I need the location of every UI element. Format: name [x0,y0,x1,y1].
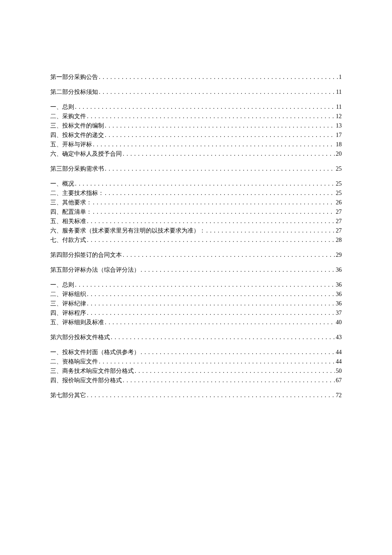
toc-page-number: 44 [336,357,342,366]
toc-entry: 第三部分采购需求书25 [50,164,342,173]
toc-leader-dots [105,164,335,173]
toc-label: 第二部分投标须知 [50,87,98,96]
toc-entry: 第一部分采购公告1 [50,73,342,81]
toc-page-number: 18 [336,140,342,149]
toc-label: 第六部分投标文件格式 [50,333,110,342]
toc-page-number: 29 [336,250,342,259]
toc-label: 二、主要技术指标： [50,189,104,198]
toc-page-number: 17 [336,131,342,139]
toc-page-number: 37 [336,308,342,317]
toc-entry: 第五部分评标办法（综合评分法）36 [50,265,342,274]
toc-page-number: 26 [336,198,342,207]
toc-label: 二、评标组织 [50,290,86,299]
toc-page-number: 25 [336,179,342,188]
toc-label: 第七部分其它 [50,391,86,400]
toc-leader-dots [123,149,335,158]
toc-entry: 五、相关标准27 [50,217,342,226]
toc-page-number: 13 [336,121,342,130]
toc-page-number: 11 [336,102,342,111]
toc-label: 二、采购文件 [50,112,86,121]
toc-leader-dots [99,73,338,81]
toc-label: 五、评标细则及标准 [50,318,104,327]
toc-label: 五、相关标准 [50,217,86,226]
toc-leader-dots [123,250,335,259]
toc-leader-dots [75,280,335,289]
toc-entry: 四、报价响应文件部分格式67 [50,376,342,385]
toc-label: 三、商务技术响应文件部分格式 [50,366,134,375]
toc-leader-dots [75,102,335,111]
toc-page-number: 40 [336,318,342,327]
toc-entry: 四、投标文件的递交17 [50,131,342,139]
toc-page-number: 36 [336,299,342,308]
toc-entry: 第二部分投标须知11 [50,87,342,96]
toc-label: 六、服务要求（技术要求里另有注明的以技术要求为准）： [50,226,205,235]
toc-leader-dots [141,348,335,357]
toc-leader-dots [135,366,335,375]
toc-entry: 六、确定中标人及授予合同20 [50,149,342,158]
toc-page-number: 25 [336,164,342,173]
toc-page-number: 28 [336,235,342,244]
toc-page-number: 12 [336,112,342,121]
toc-leader-dots [87,391,335,400]
toc-entry: 四、配置清单：27 [50,207,342,216]
toc-page-number: 25 [336,189,342,198]
toc-page-number: 1 [339,73,342,81]
toc-label: 二、资格响应文件 [50,357,98,366]
toc-page-number: 50 [336,366,342,375]
toc-label: 四、评标程序 [50,308,86,317]
toc-label: 一、总则 [50,102,74,111]
toc-leader-dots [105,121,335,130]
toc-entry: 二、采购文件12 [50,112,342,121]
toc-leader-dots [87,235,335,244]
toc-leader-dots [93,207,335,216]
toc-page-number: 20 [336,149,342,158]
toc-entry: 七、付款方式28 [50,235,342,244]
toc-leader-dots [87,290,335,299]
toc-page-number: 67 [336,376,342,385]
toc-entry: 三、投标文件的编制13 [50,121,342,130]
toc-entry: 三、其他要求：26 [50,198,342,207]
toc-label: 七、付款方式 [50,235,86,244]
toc-leader-dots [105,318,335,327]
toc-label: 四、配置清单： [50,207,92,216]
toc-label: 三、其他要求： [50,198,92,207]
toc-entry: 二、主要技术指标：25 [50,189,342,198]
toc-page-number: 36 [336,265,342,274]
toc-entry: 三、商务技术响应文件部分格式50 [50,366,342,375]
table-of-contents: 第一部分采购公告1第二部分投标须知11一、总则11二、采购文件12三、投标文件的… [50,73,342,400]
toc-label: 第三部分采购需求书 [50,164,104,173]
toc-leader-dots [87,217,335,226]
toc-entry: 一、投标文件封面（格式供参考）44 [50,348,342,357]
toc-leader-dots [105,189,335,198]
toc-label: 第四部分拟签订的合同文本 [50,250,122,259]
toc-entry: 五、评标细则及标准40 [50,318,342,327]
toc-label: 五、开标与评标 [50,140,92,149]
toc-leader-dots [99,357,335,366]
toc-label: 第一部分采购公告 [50,73,98,81]
toc-page-number: 36 [336,280,342,289]
toc-page-number: 44 [336,348,342,357]
toc-label: 四、投标文件的递交 [50,131,104,139]
toc-entry: 第七部分其它72 [50,391,342,400]
toc-leader-dots [87,299,335,308]
toc-page-number: 11 [336,87,342,96]
toc-page-number: 27 [336,226,342,235]
toc-leader-dots [93,140,335,149]
toc-entry: 一、总则11 [50,102,342,111]
toc-leader-dots [123,376,335,385]
toc-entry: 五、开标与评标18 [50,140,342,149]
toc-label: 第五部分评标办法（综合评分法） [50,265,140,274]
toc-page-number: 72 [336,391,342,400]
toc-entry: 一、概况25 [50,179,342,188]
toc-label: 三、评标纪律 [50,299,86,308]
toc-entry: 二、资格响应文件44 [50,357,342,366]
toc-leader-dots [87,308,335,317]
toc-leader-dots [75,179,335,188]
toc-leader-dots [111,333,335,342]
toc-entry: 二、评标组织36 [50,290,342,299]
toc-leader-dots [87,112,335,121]
toc-leader-dots [141,265,335,274]
toc-page-number: 43 [336,333,342,342]
toc-entry: 三、评标纪律36 [50,299,342,308]
toc-label: 六、确定中标人及授予合同 [50,149,122,158]
